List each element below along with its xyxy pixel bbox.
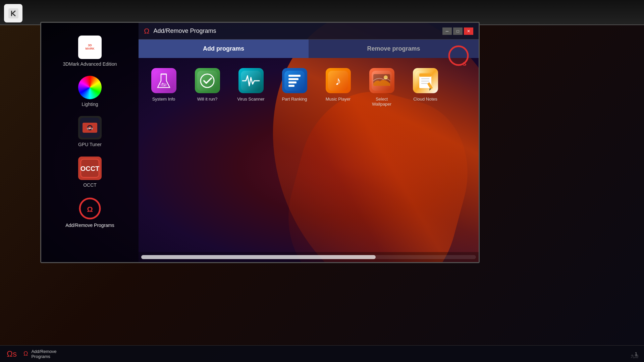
top-background — [0, 0, 644, 25]
window-title: Add/Remove Programs — [153, 27, 438, 35]
main-window: Ω Add/Remove Programs ─ □ ✕ Add programs… — [139, 23, 479, 262]
tabs-bar: Add programs Remove programs — [139, 40, 479, 58]
svg-rect-0 — [8, 8, 18, 18]
app-label-cloud-notes: Cloud Notes — [413, 97, 437, 102]
sidebar-item-occt[interactable]: OCCT OCCT — [53, 154, 127, 191]
sidebar-label-addremove: Add/Remove Programs — [65, 222, 114, 228]
monitor-frame: 3DMARK 3DMark Advanced Edition Lighting — [40, 22, 480, 263]
sidebar-label-threedmark: 3DMark Advanced Edition — [63, 61, 117, 67]
cloud-notes-icon — [413, 68, 438, 93]
app-label-will-it-run: Will it run? — [197, 97, 218, 102]
app-item-music-player[interactable]: ♪ Music Player — [320, 65, 357, 110]
svg-point-18 — [164, 85, 165, 86]
watermark: 九游 — [631, 354, 639, 359]
svg-rect-24 — [288, 78, 299, 80]
taskbar: Ωs Ω Add/RemovePrograms 1 — [0, 345, 644, 362]
app-label-virus-scanner: Virus Scanner — [237, 97, 264, 102]
app-label-music-player: Music Player — [326, 97, 351, 102]
sidebar-item-threedmark[interactable]: 3DMARK 3DMark Advanced Edition — [53, 33, 127, 70]
maximize-button[interactable]: □ — [453, 27, 463, 35]
tab-add-programs[interactable]: Add programs — [139, 40, 309, 58]
svg-text:Ω: Ω — [87, 205, 93, 214]
sidebar-label-lighting: Lighting — [82, 101, 98, 107]
window-controls: ─ □ ✕ — [442, 27, 473, 35]
svg-point-17 — [162, 83, 163, 84]
virus-scanner-icon — [238, 68, 264, 93]
gpu-icon: GPU — [78, 116, 102, 139]
svg-rect-26 — [288, 85, 294, 87]
app-item-system-info[interactable]: System Info — [145, 65, 182, 110]
will-it-run-icon — [195, 68, 220, 93]
svg-rect-1 — [11, 11, 12, 16]
sidebar-label-occt: OCCT — [83, 182, 97, 188]
scroll-thumb[interactable] — [141, 255, 376, 259]
svg-rect-22 — [284, 71, 305, 91]
occt-icon: OCCT — [78, 157, 102, 180]
sidebar-item-lighting[interactable]: Lighting — [53, 73, 127, 110]
app-item-cloud-notes[interactable]: Cloud Notes — [407, 65, 444, 110]
app-item-will-it-run[interactable]: Will it run? — [189, 65, 226, 110]
addremove-icon: Ω — [78, 197, 102, 220]
close-button[interactable]: ✕ — [464, 27, 473, 35]
app-item-select-wallpaper[interactable]: Select Wallpaper — [363, 65, 400, 110]
taskbar-item-icon: Ω — [23, 350, 28, 357]
svg-text:OCCT: OCCT — [80, 165, 100, 172]
svg-rect-34 — [419, 73, 431, 77]
lighting-icon — [78, 76, 102, 99]
back-button[interactable] — [4, 4, 22, 22]
svg-text:GPU: GPU — [87, 127, 93, 130]
system-info-icon — [151, 68, 176, 93]
threedmark-logo-text: 3DMARK — [84, 43, 96, 52]
scroll-track[interactable] — [141, 255, 476, 259]
app-item-part-ranking[interactable]: Part Ranking — [276, 65, 313, 110]
title-bar-omega-icon: Ω — [144, 27, 149, 36]
sidebar-label-gpu: GPU Tuner — [78, 141, 102, 147]
svg-rect-25 — [288, 81, 297, 83]
sidebar: 3DMARK 3DMark Advanced Edition Lighting — [41, 23, 139, 262]
app-item-virus-scanner[interactable]: Virus Scanner — [232, 65, 269, 110]
monitor-screen: 3DMARK 3DMark Advanced Edition Lighting — [41, 23, 479, 262]
sidebar-item-addremove[interactable]: Ω Add/Remove Programs — [53, 194, 127, 231]
content-area: System Info Will it run? — [139, 58, 479, 252]
taskbar-item-addremove[interactable]: Ω Add/RemovePrograms — [23, 349, 57, 359]
svg-text:♪: ♪ — [335, 74, 341, 88]
music-player-icon: ♪ — [326, 68, 351, 93]
select-wallpaper-icon — [369, 68, 394, 93]
app-label-system-info: System Info — [152, 97, 175, 102]
sidebar-item-gpu-tuner[interactable]: GPU GPU Tuner — [53, 113, 127, 150]
app-label-select-wallpaper: Select Wallpaper — [367, 97, 397, 107]
taskbar-item-label: Add/RemovePrograms — [31, 349, 56, 359]
app-label-part-ranking: Part Ranking — [282, 97, 307, 102]
minimize-button[interactable]: ─ — [442, 27, 452, 35]
svg-rect-23 — [288, 75, 301, 77]
title-bar: Ω Add/Remove Programs ─ □ ✕ — [139, 23, 479, 40]
taskbar-omega-icon: Ωs — [7, 349, 17, 359]
svg-point-16 — [160, 83, 167, 86]
part-ranking-icon — [282, 68, 307, 93]
threedmark-icon: 3DMARK — [78, 36, 102, 59]
scroll-bar-area[interactable] — [139, 252, 479, 262]
